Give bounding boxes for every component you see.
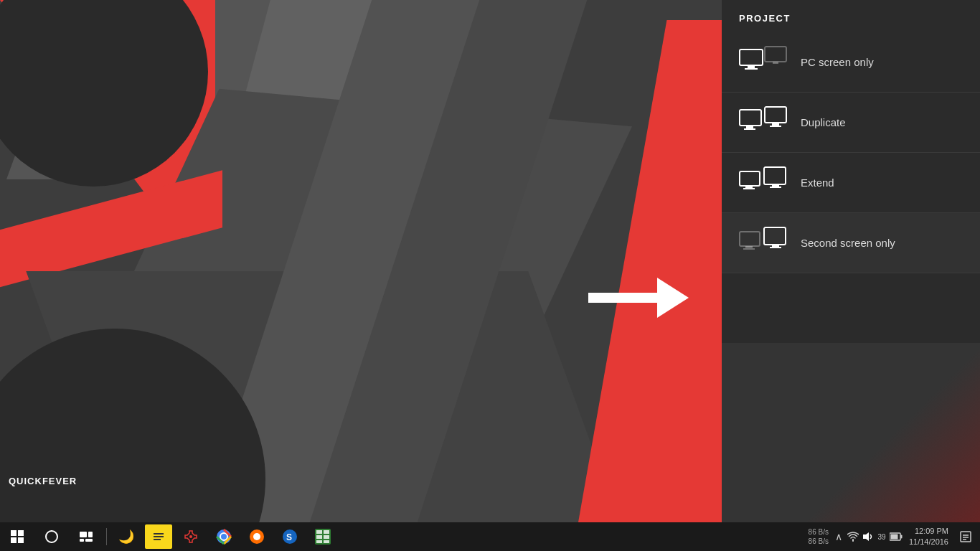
svg-point-27 [46,531,57,542]
svg-text:S: S [286,532,292,542]
extend-label: Extend [801,176,834,189]
svg-rect-55 [961,532,971,542]
taskbar-app-orange[interactable] [240,522,273,551]
clock-time: 12:09 PM [915,526,948,537]
duplicate-label: Duplicate [801,116,846,128]
svg-marker-51 [863,532,869,541]
tray-battery-num: 39 [875,529,889,544]
tray-wifi[interactable] [846,529,860,544]
clock-date: 11/14/2016 [909,537,948,547]
svg-rect-46 [324,530,329,534]
option-duplicate[interactable]: Duplicate [722,93,980,153]
svg-rect-11 [740,171,760,186]
svg-rect-22 [770,247,781,248]
svg-rect-16 [770,187,781,188]
svg-rect-9 [772,123,779,126]
taskbar: 🌙 [0,522,980,551]
extend-icon [739,166,788,200]
option-extend[interactable]: Extend [722,153,980,213]
taskbar-divider-1 [106,528,107,545]
pc-screen-only-label: PC screen only [801,56,874,68]
svg-rect-14 [764,167,786,184]
task-view-button[interactable] [69,522,103,551]
svg-rect-5 [740,110,761,126]
svg-rect-23 [11,530,17,536]
svg-point-41 [253,533,260,540]
cortana-button[interactable] [34,522,69,551]
svg-rect-4 [773,62,778,64]
svg-rect-8 [765,107,786,123]
svg-rect-30 [80,539,84,542]
tray-battery[interactable] [889,529,903,544]
svg-rect-13 [743,188,755,189]
taskbar-app-spreadsheet[interactable] [306,522,339,551]
svg-rect-24 [18,530,24,536]
system-tray: 86 B/s 86 B/s ∧ 39 [809,522,980,551]
svg-rect-0 [740,50,763,65]
network-speed: 86 B/s 86 B/s [809,527,829,546]
taskbar-left: 🌙 [0,522,339,551]
svg-rect-45 [316,530,322,534]
svg-rect-12 [745,186,753,188]
tray-chevron[interactable]: ∧ [831,529,846,544]
svg-rect-15 [772,184,779,187]
desktop-wallpaper: QUICKFEVER [0,0,722,522]
svg-rect-3 [765,47,786,62]
svg-rect-7 [744,128,755,130]
taskbar-app-night[interactable]: 🌙 [110,522,143,551]
svg-rect-10 [770,126,781,127]
panel-header: PROJECT [722,0,980,32]
project-panel: PROJECT PC screen only [722,0,980,522]
network-speed-down: 86 B/s [809,537,829,546]
duplicate-icon [739,105,788,140]
svg-rect-29 [88,532,93,537]
taskbar-app-tool[interactable] [174,522,207,551]
taskbar-apps: 🌙 [110,522,339,551]
svg-rect-21 [772,245,779,247]
svg-rect-19 [743,248,755,250]
svg-rect-17 [740,232,760,246]
svg-rect-2 [745,68,758,70]
svg-rect-1 [748,65,755,68]
quickfever-watermark: QUICKFEVER [9,476,77,486]
svg-rect-25 [11,537,17,543]
option-pc-screen-only[interactable]: PC screen only [722,32,980,93]
arrow-head [657,278,689,318]
taskbar-app-chrome[interactable] [207,522,240,551]
second-screen-only-icon [739,226,788,260]
svg-rect-20 [764,227,786,245]
system-clock[interactable]: 12:09 PM 11/14/2016 [903,526,954,548]
panel-bottom-decoration [722,343,980,522]
svg-rect-31 [85,539,93,542]
arrow-shaft [588,293,660,303]
svg-rect-26 [18,537,24,543]
svg-rect-47 [316,535,322,539]
arrow-indicator [588,280,689,316]
taskbar-app-s[interactable]: S [273,522,306,551]
svg-rect-48 [324,535,329,539]
svg-rect-49 [316,540,322,543]
tray-volume[interactable] [860,529,875,544]
svg-rect-54 [890,534,897,540]
svg-rect-6 [746,126,753,128]
wallpaper-red-right [578,20,722,522]
network-speed-up: 86 B/s [809,527,829,537]
svg-rect-50 [324,540,329,543]
svg-rect-18 [745,246,753,248]
taskbar-app-sticky[interactable] [145,524,172,549]
svg-rect-28 [80,532,87,537]
action-center-button[interactable] [954,522,977,551]
option-second-screen-only[interactable]: Second screen only [722,213,980,273]
svg-point-36 [189,535,192,538]
second-screen-only-label: Second screen only [801,237,895,249]
pc-screen-only-icon [739,45,788,80]
start-button[interactable] [0,522,34,551]
svg-rect-53 [900,535,902,539]
svg-point-39 [221,534,227,540]
